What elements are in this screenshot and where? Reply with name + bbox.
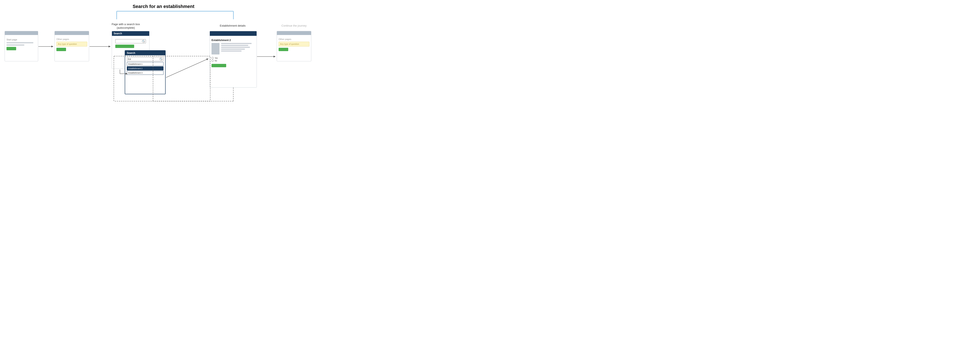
other-pages-left-title: Other pages (56, 38, 87, 40)
radio-yes-circle[interactable] (212, 57, 213, 59)
search-front-header: Search (125, 51, 165, 55)
start-page-card: Start page (5, 31, 38, 61)
search-label: Page with a search box(autocomplete) (103, 23, 149, 30)
radio-no-circle[interactable] (212, 60, 213, 62)
estab-line-3 (221, 47, 250, 48)
radio-no-label: No (215, 60, 217, 62)
estab-details-header (210, 31, 256, 36)
top-bracket (116, 11, 234, 19)
estab-details-title: Establishment 2 (212, 39, 255, 42)
search-page-front-card: Search Est 🔍 Establishment 1 Establishme… (125, 50, 165, 94)
start-page-card-header (5, 31, 38, 35)
search-front-icon: 🔍 (159, 58, 162, 60)
estab-details-label: Establishment details (210, 24, 256, 27)
start-page-label: Start page (6, 38, 36, 41)
estab-details-card: Establishment 2 Yes No (210, 31, 257, 87)
other-pages-right-header (277, 31, 311, 35)
search-front-input-row[interactable]: Est 🔍 (127, 57, 164, 61)
search-back-icon: 🔍 (142, 40, 145, 43)
radio-yes-label: Yes (215, 57, 218, 59)
search-back-header: Search (112, 31, 149, 36)
start-line-2 (6, 44, 24, 46)
other-pages-left-question: Any type of question (56, 42, 87, 46)
estab-line-1 (221, 43, 251, 44)
page-title: Search for an establishment (0, 4, 327, 9)
search-back-input-row[interactable]: 🔍 (115, 39, 146, 43)
estab-line-4 (221, 49, 245, 50)
other-pages-right-btn (278, 48, 288, 51)
other-pages-left-btn (56, 48, 66, 51)
continue-journey-label: Continue the journey (277, 24, 311, 27)
search-back-header-text: Search (114, 32, 122, 35)
estab-list-item-1[interactable]: Establishment 1 (127, 62, 164, 66)
other-pages-right-question: Any type of question (278, 42, 309, 46)
search-back-submit-btn[interactable] (115, 44, 134, 48)
search-front-header-text: Search (127, 52, 135, 54)
estab-list-item-3[interactable]: Establishment 3 (127, 71, 164, 75)
svg-line-4 (166, 59, 208, 78)
other-pages-left-header (55, 31, 89, 35)
estab-line-5 (221, 51, 242, 52)
estab-list-item-2[interactable]: Establishment 2 (127, 67, 164, 70)
start-green-btn (6, 47, 16, 50)
other-pages-left-card: Other pages Any type of question (54, 31, 89, 61)
search-front-input: Est (128, 58, 159, 60)
estab-line-2 (221, 45, 248, 46)
start-line-1 (6, 42, 33, 43)
radio-no-row: No (212, 60, 255, 62)
radio-yes-row: Yes (212, 57, 255, 59)
estab-details-btn[interactable] (212, 64, 226, 67)
other-pages-right-title: Other pages (278, 38, 309, 40)
estab-img (212, 43, 220, 54)
other-pages-right-card: Other pages Any type of question (277, 31, 311, 61)
